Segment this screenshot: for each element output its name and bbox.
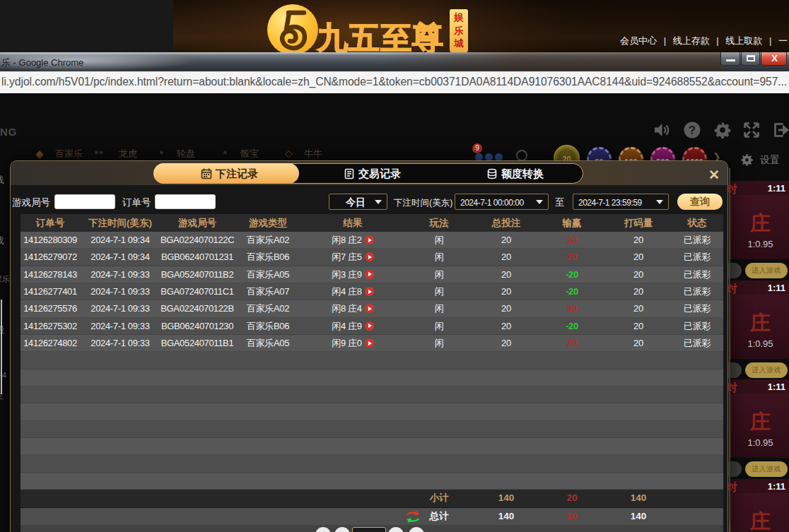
svg-text:?: ? [689,124,696,137]
